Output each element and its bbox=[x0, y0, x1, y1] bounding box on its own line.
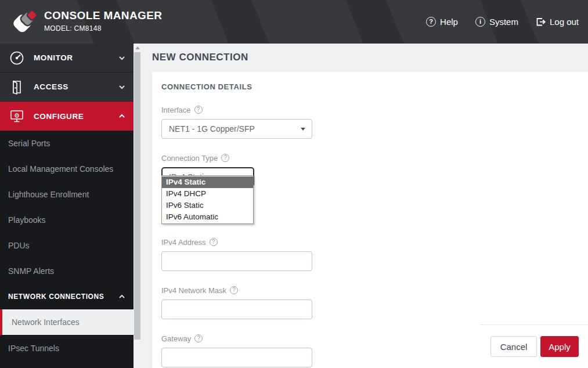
system-label: System bbox=[489, 17, 518, 27]
option-ipv4-static[interactable]: IPv4 Static bbox=[162, 176, 253, 188]
caret-down-icon bbox=[301, 128, 305, 131]
sidebar-item-network-interfaces[interactable]: Network Interfaces bbox=[0, 309, 134, 335]
scrollbar-thumb[interactable] bbox=[134, 52, 140, 340]
option-ipv6-static[interactable]: IPv6 Static bbox=[162, 200, 253, 211]
group-label: NETWORK CONNECTIONS bbox=[8, 293, 118, 301]
logout-button[interactable]: Log out bbox=[536, 17, 579, 27]
sidebar-item-configure[interactable]: ⚙ CONFIGURE bbox=[0, 102, 134, 131]
scroll-up-arrow-icon[interactable] bbox=[135, 46, 140, 49]
ipv4-address-label: IPv4 Address bbox=[161, 238, 206, 247]
configure-icon: ⚙ bbox=[8, 107, 26, 125]
help-icon: ? bbox=[426, 17, 436, 27]
help-icon[interactable]: ? bbox=[194, 106, 203, 114]
help-label: Help bbox=[440, 17, 458, 27]
help-icon[interactable]: ? bbox=[221, 154, 229, 162]
sidebar-item-pdus[interactable]: PDUs bbox=[0, 233, 134, 258]
sidebar-nav: MONITOR ACCESS ⚙ CONFIGURE bbox=[0, 44, 134, 368]
door-icon bbox=[8, 78, 26, 96]
gateway-input[interactable] bbox=[161, 348, 312, 367]
card-title: CONNECTION DETAILS bbox=[161, 82, 579, 91]
option-ipv4-dhcp[interactable]: IPv4 DHCP bbox=[162, 188, 253, 200]
sidebar-group-network-connections[interactable]: NETWORK CONNECTIONS bbox=[0, 284, 134, 309]
vertical-scrollbar[interactable] bbox=[134, 44, 141, 368]
sidebar-item-label: ACCESS bbox=[34, 82, 118, 91]
sidebar-item-playbooks[interactable]: Playbooks bbox=[0, 207, 134, 233]
connection-type-field: Connection Type ? IPv4 Static IPv4 Stati… bbox=[161, 154, 579, 187]
help-icon[interactable]: ? bbox=[210, 238, 218, 246]
sidebar-item-local-management-consoles[interactable]: Local Management Consoles bbox=[0, 156, 134, 182]
cancel-button[interactable]: Cancel bbox=[490, 336, 537, 357]
help-button[interactable]: ? Help bbox=[426, 17, 458, 27]
sidebar-item-label: CONFIGURE bbox=[34, 112, 118, 121]
page-title: NEW CONNECTION bbox=[152, 52, 588, 63]
connection-type-dropdown: IPv4 Static IPv4 DHCP IPv6 Static IPv6 A… bbox=[161, 175, 254, 224]
connection-type-label: Connection Type bbox=[161, 154, 218, 163]
interface-select[interactable]: NET1 - 1G Copper/SFP bbox=[161, 119, 312, 139]
sidebar-item-monitor[interactable]: MONITOR bbox=[0, 44, 134, 73]
ipv4-address-input[interactable] bbox=[161, 251, 312, 271]
sidebar-item-label: MONITOR bbox=[34, 53, 118, 62]
main-content: NEW CONNECTION CONNECTION DETAILS Interf… bbox=[141, 44, 588, 368]
option-ipv6-automatic[interactable]: IPv6 Automatic bbox=[162, 211, 253, 223]
header-actions: ? Help i System Log out bbox=[426, 0, 579, 44]
configure-submenu: Serial Ports Local Management Consoles L… bbox=[0, 131, 134, 361]
interface-field: Interface ? NET1 - 1G Copper/SFP bbox=[161, 106, 579, 139]
app-header: CONSOLE MANAGER MODEL: CM8148 ? Help i S… bbox=[0, 0, 588, 44]
ipv4-network-mask-field: IPv4 Network Mask ? bbox=[161, 286, 579, 319]
help-icon[interactable]: ? bbox=[230, 286, 238, 294]
chevron-down-icon bbox=[118, 84, 125, 91]
sidebar-item-snmp-alerts[interactable]: SNMP Alerts bbox=[0, 258, 134, 284]
interface-select-value: NET1 - 1G Copper/SFP bbox=[169, 124, 255, 134]
svg-text:⚙: ⚙ bbox=[14, 112, 20, 120]
gateway-label: Gateway bbox=[161, 334, 191, 343]
apply-button[interactable]: Apply bbox=[540, 336, 579, 357]
ipv4-network-mask-input[interactable] bbox=[161, 300, 312, 319]
help-icon[interactable]: ? bbox=[194, 334, 203, 342]
brand-logo-icon bbox=[8, 7, 37, 37]
info-icon: i bbox=[475, 17, 485, 27]
app-title: CONSOLE MANAGER bbox=[44, 9, 162, 22]
interface-label: Interface bbox=[161, 106, 191, 114]
chevron-up-icon bbox=[118, 293, 125, 300]
gauge-icon bbox=[8, 49, 26, 67]
chevron-up-icon bbox=[118, 113, 125, 120]
logout-icon bbox=[536, 17, 546, 27]
system-button[interactable]: i System bbox=[475, 17, 518, 27]
sidebar-item-serial-ports[interactable]: Serial Ports bbox=[0, 131, 134, 156]
ipv4-address-field: IPv4 Address ? bbox=[161, 238, 579, 271]
ipv4-network-mask-label: IPv4 Network Mask bbox=[161, 286, 226, 295]
sidebar-item-ipsec-tunnels[interactable]: IPsec Tunnels bbox=[0, 335, 134, 361]
logout-label: Log out bbox=[550, 17, 579, 27]
chevron-down-icon bbox=[118, 55, 125, 62]
device-model: MODEL: CM8148 bbox=[44, 24, 162, 33]
connection-details-card: CONNECTION DETAILS Interface ? NET1 - 1G… bbox=[152, 72, 588, 368]
sidebar-item-lighthouse-enrollment[interactable]: Lighthouse Enrollment bbox=[0, 182, 134, 207]
form-action-bar: Cancel Apply bbox=[480, 324, 588, 368]
sidebar-item-access[interactable]: ACCESS bbox=[0, 73, 134, 102]
